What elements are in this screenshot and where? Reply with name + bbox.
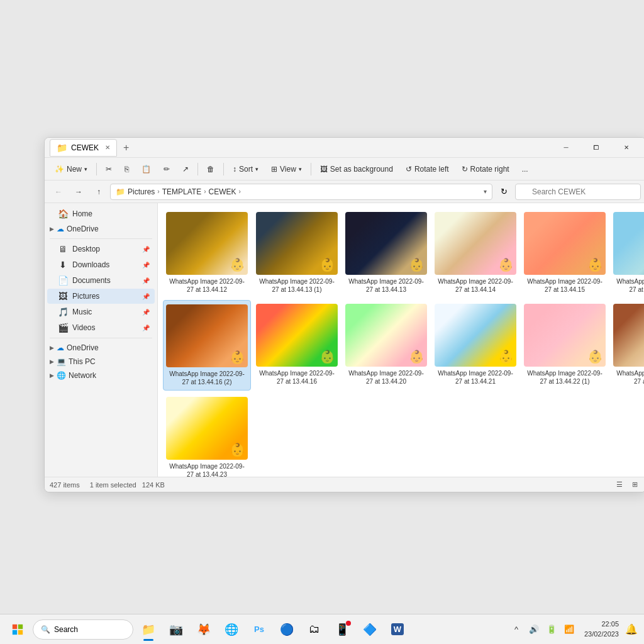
file-item-10[interactable]: 👶WhatsApp Image 2022-09-27 at 13.44.22 (… xyxy=(521,300,608,391)
taskbar-search-label: Search xyxy=(54,625,78,634)
up-button[interactable]: ↑ xyxy=(90,183,108,201)
more-options-button[interactable]: ... xyxy=(517,160,533,178)
file-item-7[interactable]: 👶WhatsApp Image 2022-09-27 at 13.44.16 xyxy=(253,300,340,391)
file-item-12[interactable]: 👶WhatsApp Image 2022-09-27 at 13.44.23 xyxy=(163,393,251,477)
taskbar-app-chrome[interactable]: 🌐 xyxy=(219,617,244,642)
breadcrumb-dropdown[interactable]: ▾ xyxy=(484,188,487,195)
taskbar-app-edge[interactable]: 🔵 xyxy=(274,617,299,642)
sidebar-item-pictures[interactable]: 🖼 Pictures 📌 xyxy=(47,289,155,304)
tab-close-button[interactable]: ✕ xyxy=(105,144,110,151)
start-button[interactable] xyxy=(5,617,30,642)
sort-chevron: ▾ xyxy=(255,166,258,172)
file-grid: 👶WhatsApp Image 2022-09-27 at 13.44.12👶W… xyxy=(158,203,644,477)
sidebar-item-desktop[interactable]: 🖥 Desktop 📌 xyxy=(47,242,155,257)
file-item-4[interactable]: 👶WhatsApp Image 2022-09-27 at 13.44.15 xyxy=(521,208,608,297)
file-item-11[interactable]: 👶WhatsApp Image 2022-09-27 at 13.44.22 xyxy=(611,300,644,391)
sidebar-music-label: Music xyxy=(72,308,92,316)
share-button[interactable]: ↗ xyxy=(177,160,194,178)
file-item-3[interactable]: 👶WhatsApp Image 2022-09-27 at 13.44.14 xyxy=(432,208,519,297)
sidebar-section-thispc[interactable]: ▶ 💻 This PC xyxy=(45,355,157,369)
delete-button[interactable]: 🗑 xyxy=(202,160,219,178)
close-button[interactable]: ✕ xyxy=(612,138,641,158)
file-item-8[interactable]: 👶WhatsApp Image 2022-09-27 at 13.44.20 xyxy=(343,300,430,391)
tray-chevron[interactable]: ^ xyxy=(509,622,524,637)
tray-volume[interactable]: 🔊 xyxy=(526,622,541,637)
chevron-network: ▶ xyxy=(50,372,54,379)
sidebar: 🏠 Home ▶ ☁ OneDrive 🖥 Desktop 📌 ⬇ Downlo… xyxy=(45,203,158,477)
taskbar-app-word[interactable]: W xyxy=(385,617,410,642)
taskbar-app-camera[interactable]: 📷 xyxy=(164,617,189,642)
breadcrumb-pictures[interactable]: Pictures xyxy=(128,187,155,196)
cut-button[interactable]: ✂ xyxy=(101,160,117,178)
clock[interactable]: 22:05 23/02/2023 xyxy=(582,618,621,640)
taskbar-app-explorer[interactable]: 📁 xyxy=(136,617,161,642)
sidebar-section-network[interactable]: ▶ 🌐 Network xyxy=(45,369,157,382)
thumb-emoji-12: 👶 xyxy=(230,442,245,457)
taskbar-app-photoshop[interactable]: Ps xyxy=(247,617,272,642)
taskbar-app-teams[interactable]: 🔷 xyxy=(357,617,382,642)
list-view-button[interactable]: ☰ xyxy=(613,479,626,491)
breadcrumb-template[interactable]: TEMPLATE xyxy=(162,187,201,196)
new-button[interactable]: ✨ New ▾ xyxy=(50,160,92,178)
sidebar-documents-label: Documents xyxy=(72,276,111,285)
tray-wifi[interactable]: 📶 xyxy=(562,622,577,637)
file-item-6[interactable]: 👶WhatsApp Image 2022-09-27 at 13.44.16 (… xyxy=(163,300,251,391)
breadcrumb-sep-1: › xyxy=(157,188,159,195)
taskbar-search[interactable]: 🔍 Search xyxy=(33,619,133,640)
sort-button[interactable]: ↕ Sort ▾ xyxy=(228,160,264,178)
minimize-button[interactable]: ─ xyxy=(552,138,580,158)
status-right: ☰ ⊞ xyxy=(613,479,641,491)
photoshop-icon: Ps xyxy=(254,625,264,634)
file-thumbnail-9: 👶 xyxy=(435,304,516,367)
taskbar-app-whatsapp[interactable]: 📱 xyxy=(330,617,355,642)
file-item-1[interactable]: 👶WhatsApp Image 2022-09-27 at 13.44.13 (… xyxy=(253,208,340,297)
home-icon: 🏠 xyxy=(57,209,69,219)
svg-rect-3 xyxy=(18,630,23,634)
maximize-button[interactable]: ⧠ xyxy=(582,138,611,158)
file-item-2[interactable]: 👶WhatsApp Image 2022-09-27 at 13.44.13 xyxy=(343,208,430,297)
notification-center[interactable]: 🔔 xyxy=(624,622,639,637)
thumb-emoji-2: 👶 xyxy=(409,257,425,272)
sidebar-section-onedrive[interactable]: ▶ ☁ OneDrive xyxy=(45,341,157,355)
breadcrumb-bar[interactable]: 📁 Pictures › TEMPLATE › CEWEK › ▾ xyxy=(110,184,492,200)
forward-button[interactable]: → xyxy=(70,183,87,201)
grid-view-button[interactable]: ⊞ xyxy=(628,479,641,491)
paste-button[interactable]: 📋 xyxy=(136,160,156,178)
file-item-5[interactable]: 👶WhatsApp Image 2022-09-27 at 13.44.16 (… xyxy=(611,208,644,297)
copy-button[interactable]: ⎘ xyxy=(119,160,134,178)
chrome-icon: 🌐 xyxy=(225,623,238,636)
taskbar-app-firefox[interactable]: 🦊 xyxy=(191,617,216,642)
back-button[interactable]: ← xyxy=(50,183,67,201)
new-tab-button[interactable]: + xyxy=(119,141,133,155)
rotate-right-button[interactable]: ↻ Rotate right xyxy=(457,160,514,178)
search-input[interactable] xyxy=(515,184,641,200)
system-tray: ^ 🔊 🔋 📶 22:05 23/02/2023 🔔 xyxy=(509,618,639,640)
rotate-left-button[interactable]: ↺ Rotate left xyxy=(401,160,454,178)
view-chevron: ▾ xyxy=(299,166,302,172)
network-icon: 🌐 xyxy=(57,371,66,380)
thumb-emoji-3: 👶 xyxy=(498,257,514,272)
file-item-9[interactable]: 👶WhatsApp Image 2022-09-27 at 13.44.21 xyxy=(432,300,519,391)
svg-rect-2 xyxy=(13,630,17,634)
sidebar-item-music[interactable]: 🎵 Music 📌 xyxy=(47,304,155,319)
file-item-0[interactable]: 👶WhatsApp Image 2022-09-27 at 13.44.12 xyxy=(163,208,251,297)
refresh-button[interactable]: ↻ xyxy=(495,183,513,201)
taskbar-app-files[interactable]: 🗂 xyxy=(302,617,327,642)
sidebar-section-onedrive-top[interactable]: ▶ ☁ OneDrive xyxy=(45,222,157,236)
window-tab[interactable]: 📁 CEWEK ✕ xyxy=(50,139,117,157)
view-icon: ⊞ xyxy=(271,165,277,174)
sidebar-item-videos[interactable]: 🎬 Videos 📌 xyxy=(47,320,155,335)
files-icon: 🗂 xyxy=(309,623,320,636)
rotate-left-label: Rotate left xyxy=(414,165,449,174)
sidebar-item-home[interactable]: 🏠 Home xyxy=(47,206,155,221)
pictures-icon: 🖼 xyxy=(57,291,69,301)
chevron-icon: ▶ xyxy=(50,226,54,232)
view-button[interactable]: ⊞ View ▾ xyxy=(266,160,307,178)
sidebar-item-documents[interactable]: 📄 Documents 📌 xyxy=(47,273,155,288)
sidebar-item-downloads[interactable]: ⬇ Downloads 📌 xyxy=(47,257,155,272)
tray-battery[interactable]: 🔋 xyxy=(544,622,559,637)
rename-button[interactable]: ✏ xyxy=(158,160,175,178)
thumb-emoji-6: 👶 xyxy=(230,350,245,365)
set-background-button[interactable]: 🖼 Set as background xyxy=(315,160,398,178)
breadcrumb-cewek[interactable]: CEWEK xyxy=(209,187,236,196)
